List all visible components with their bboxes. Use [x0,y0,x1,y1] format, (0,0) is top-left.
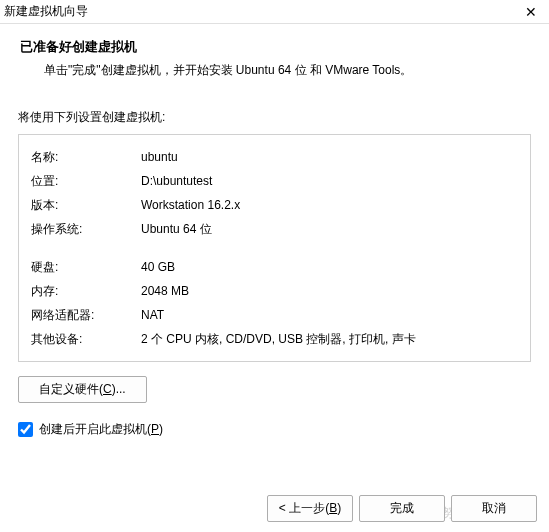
header-description: 单击"完成"创建虚拟机，并开始安装 Ubuntu 64 位 和 VMware T… [20,62,529,79]
titlebar: 新建虚拟机向导 ✕ [0,0,549,24]
settings-group-1: 名称:ubuntu位置:D:\ubuntutest版本:Workstation … [31,145,518,241]
row-value: D:\ubuntutest [141,172,518,190]
settings-row: 操作系统:Ubuntu 64 位 [31,217,518,241]
power-on-label-u: P [151,422,159,436]
settings-row: 硬盘:40 GB [31,255,518,279]
row-value: Workstation 16.2.x [141,196,518,214]
customize-hardware-button[interactable]: 自定义硬件(C)... [18,376,147,403]
settings-box: 名称:ubuntu位置:D:\ubuntutest版本:Workstation … [18,134,531,362]
row-value: NAT [141,306,518,324]
settings-row: 网络适配器:NAT [31,303,518,327]
customize-label-u: C [103,382,112,396]
row-value: 2 个 CPU 内核, CD/DVD, USB 控制器, 打印机, 声卡 [141,330,518,348]
row-label: 版本: [31,196,141,214]
power-on-checkbox-row: 创建后开启此虚拟机(P) [18,421,531,438]
content-area: 将使用下列设置创建虚拟机: 名称:ubuntu位置:D:\ubuntutest版… [0,95,549,448]
cancel-button[interactable]: 取消 [451,495,537,522]
close-icon[interactable]: ✕ [521,4,541,20]
settings-row: 版本:Workstation 16.2.x [31,193,518,217]
summary-label: 将使用下列设置创建虚拟机: [18,109,531,126]
row-label: 内存: [31,282,141,300]
settings-row: 位置:D:\ubuntutest [31,169,518,193]
settings-row: 内存:2048 MB [31,279,518,303]
footer-buttons: < 上一步(B) 完成 取消 [267,495,537,522]
customize-row: 自定义硬件(C)... [18,376,531,403]
power-on-checkbox[interactable] [18,422,33,437]
power-on-label[interactable]: 创建后开启此虚拟机(P) [39,421,163,438]
finish-button[interactable]: 完成 [359,495,445,522]
row-value: Ubuntu 64 位 [141,220,518,238]
row-label: 位置: [31,172,141,190]
settings-row: 名称:ubuntu [31,145,518,169]
customize-label-post: )... [112,382,126,396]
power-on-label-pre: 创建后开启此虚拟机( [39,422,151,436]
row-label: 硬盘: [31,258,141,276]
row-value: 40 GB [141,258,518,276]
settings-group-2: 硬盘:40 GB内存:2048 MB网络适配器:NAT其他设备:2 个 CPU … [31,255,518,351]
group-spacer [31,241,518,255]
customize-label-pre: 自定义硬件( [39,382,103,396]
back-label-pre: < 上一步( [279,501,329,515]
row-value: ubuntu [141,148,518,166]
back-button[interactable]: < 上一步(B) [267,495,353,522]
row-label: 网络适配器: [31,306,141,324]
row-label: 其他设备: [31,330,141,348]
window-title: 新建虚拟机向导 [4,3,88,20]
settings-row: 其他设备:2 个 CPU 内核, CD/DVD, USB 控制器, 打印机, 声… [31,327,518,351]
header-title: 已准备好创建虚拟机 [20,38,529,56]
back-label-u: B [329,501,337,515]
row-label: 操作系统: [31,220,141,238]
wizard-header: 已准备好创建虚拟机 单击"完成"创建虚拟机，并开始安装 Ubuntu 64 位 … [0,24,549,95]
row-value: 2048 MB [141,282,518,300]
power-on-label-post: ) [159,422,163,436]
back-label-post: ) [337,501,341,515]
row-label: 名称: [31,148,141,166]
